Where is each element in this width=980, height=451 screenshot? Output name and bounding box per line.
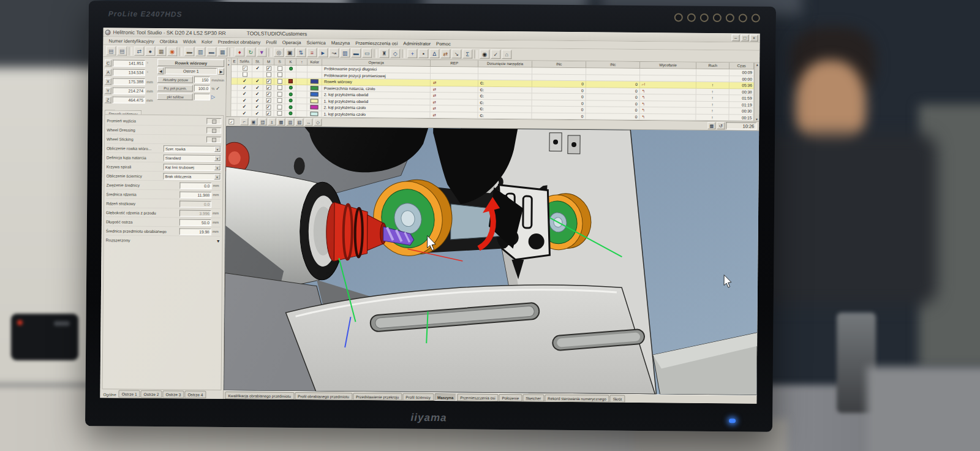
machine-3d-viewport[interactable]: 2 1: [224, 126, 760, 395]
menu-item[interactable]: Maszyna: [329, 40, 352, 45]
check-cell[interactable]: ✓: [238, 65, 252, 72]
view-tab[interactable]: Przedstawienie przekroju: [353, 392, 402, 400]
toolbar-icon[interactable]: ≡: [307, 48, 317, 57]
feed-value[interactable]: 150: [194, 77, 210, 83]
toolbar-icon[interactable]: ↝: [329, 48, 339, 58]
column-header[interactable]: M: [263, 59, 274, 66]
toolbar-icon[interactable]: ▣: [285, 48, 295, 57]
menu-item[interactable]: Przemieszczenia osi: [353, 40, 400, 46]
toolbar-icon[interactable]: ▼: [257, 48, 266, 57]
check-cell[interactable]: [274, 91, 285, 98]
grind-point-button[interactable]: pkt szlifow: [157, 93, 193, 100]
left-tab[interactable]: Ogólne: [102, 392, 118, 397]
prev-blade-button[interactable]: ◀: [157, 67, 164, 74]
input-field[interactable]: 11.988: [179, 191, 211, 198]
next-blade-button[interactable]: ▶: [218, 68, 224, 75]
left-tab[interactable]: Ostrze 4: [184, 391, 206, 398]
check-cell[interactable]: ✓: [252, 91, 263, 97]
column-header[interactable]: Szlifo.: [238, 58, 252, 65]
check-cell[interactable]: ✓: [252, 85, 263, 91]
feed-button[interactable]: Aktualny posuw: [157, 76, 193, 83]
view-tab[interactable]: Maszyna: [434, 393, 456, 401]
menu-item[interactable]: Operacja: [280, 39, 304, 45]
menu-item[interactable]: Obróbka: [157, 39, 180, 44]
toolbar-icon[interactable]: ▥: [195, 47, 205, 56]
menu-item[interactable]: Administrator: [401, 40, 433, 46]
view-tab[interactable]: Kwalifikacja obrabianego przedmiotu: [225, 392, 294, 400]
toolbar-icon[interactable]: ▬: [184, 47, 194, 56]
check-cell[interactable]: ✓: [263, 91, 274, 98]
osd-button[interactable]: [752, 14, 760, 23]
column-header[interactable]: S: [274, 59, 285, 66]
osd-button[interactable]: [713, 13, 722, 22]
toolbar-icon[interactable]: +: [407, 49, 417, 58]
grind-point-value[interactable]: [194, 94, 210, 100]
menu-item[interactable]: Pomoc: [434, 41, 453, 47]
toolbar-icon[interactable]: Σ: [462, 49, 472, 58]
toolbar-icon[interactable]: ▤: [117, 47, 127, 56]
view-tab[interactable]: Skrót: [610, 395, 625, 402]
column-header[interactable]: St.: [252, 58, 263, 65]
menu-item[interactable]: Profil: [263, 39, 279, 45]
toolbar-icon[interactable]: ♜: [379, 48, 389, 58]
toolbar-icon[interactable]: ↘: [451, 49, 461, 58]
check-cell[interactable]: ✓: [238, 91, 252, 97]
check-cell[interactable]: ✓: [252, 104, 263, 110]
viewport-tool-icon[interactable]: ▦: [277, 118, 285, 126]
column-header[interactable]: K: [285, 59, 296, 66]
check-cell[interactable]: [274, 66, 285, 72]
column-header[interactable]: Kolor: [307, 59, 322, 66]
osd-button[interactable]: [700, 13, 709, 22]
toolbar-icon[interactable]: ⇄: [440, 49, 450, 58]
axis-button[interactable]: C: [105, 59, 111, 66]
viewport-tool-icon[interactable]: ▥: [286, 118, 294, 126]
column-header[interactable]: Ruch: [696, 63, 729, 69]
toolbar-icon[interactable]: ▭: [362, 48, 372, 58]
check-cell[interactable]: ✓: [237, 110, 252, 117]
check-cell[interactable]: ✓: [263, 85, 274, 91]
column-header[interactable]: ↑: [296, 59, 307, 66]
viewport-tool-icon[interactable]: ◇: [314, 118, 322, 126]
toolbar-icon[interactable]: ●: [145, 47, 155, 56]
toolbar-icon[interactable]: ▦: [156, 47, 166, 56]
check-cell[interactable]: [274, 104, 285, 111]
viewport-tool-icon[interactable]: ±: [268, 118, 276, 126]
override-button[interactable]: Prz.poł.przem.: [157, 85, 193, 92]
axis-button[interactable]: Y: [105, 87, 111, 94]
osd-button[interactable]: [674, 13, 683, 21]
viewport-tool-icon[interactable]: ⌐: [240, 118, 248, 125]
viewport-tool-icon[interactable]: ▧: [295, 118, 303, 126]
axis-button[interactable]: Z: [105, 96, 111, 103]
toolbar-icon[interactable]: ⌂: [502, 50, 511, 59]
toolbar-icon[interactable]: ▪: [418, 49, 428, 58]
check-cell[interactable]: [274, 78, 285, 85]
checkbox[interactable]: [206, 137, 221, 143]
view-tab[interactable]: Rekord sterowania numerycznego: [545, 394, 609, 402]
viewport-tool-icon[interactable]: ▣: [249, 118, 257, 125]
close-button[interactable]: ×: [750, 34, 758, 41]
toolbar-icon[interactable]: ◎: [274, 48, 284, 57]
check-cell[interactable]: ✓: [238, 97, 252, 104]
check-cell[interactable]: ✓: [252, 110, 263, 117]
dropdown[interactable]: Kąt linii śrubowej▼: [164, 164, 221, 171]
column-header[interactable]: Czas: [729, 63, 754, 69]
override-value[interactable]: 100.0: [194, 85, 210, 92]
view-tab[interactable]: Profil ściernicy: [402, 393, 434, 400]
input-field[interactable]: 0.0: [179, 182, 211, 189]
check-cell[interactable]: [274, 85, 285, 91]
toolbar-icon[interactable]: ►: [318, 48, 328, 57]
toolbar-icon[interactable]: ⇅: [296, 48, 306, 57]
menu-item[interactable]: Ściernica: [304, 40, 328, 45]
column-header[interactable]: INc: [586, 61, 640, 69]
input-field[interactable]: 19.98: [179, 228, 211, 235]
osd-button[interactable]: [739, 13, 747, 22]
viewport-tool-icon[interactable]: ↺: [717, 122, 725, 129]
toolbar-icon[interactable]: ⇄: [134, 47, 144, 56]
toolbar-icon[interactable]: ↻: [246, 47, 255, 56]
check-cell[interactable]: ✓: [263, 97, 274, 104]
blade-selector[interactable]: Ostrze 1: [165, 67, 217, 75]
toolbar-icon[interactable]: ◉: [480, 50, 489, 59]
toolbar-icon[interactable]: ◉: [167, 47, 177, 56]
check-cell[interactable]: ✓: [263, 66, 274, 72]
check-cell[interactable]: [274, 72, 285, 78]
